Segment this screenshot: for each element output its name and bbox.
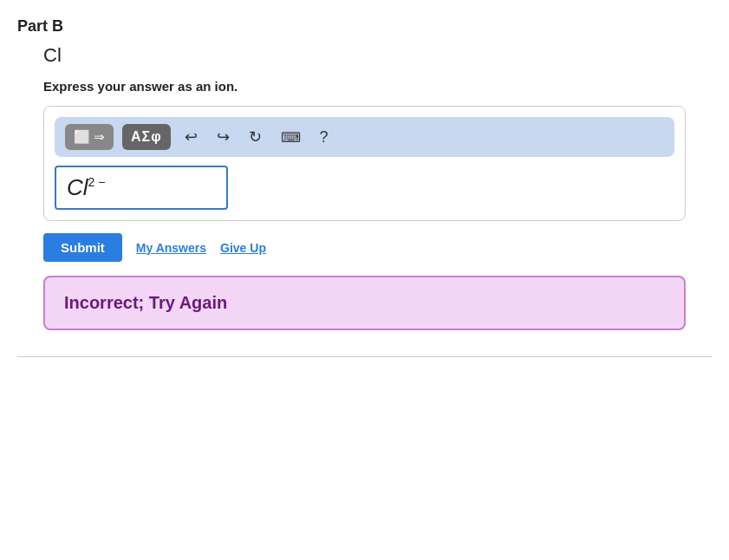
help-icon: ?	[320, 128, 329, 146]
undo-icon: ↩	[185, 128, 198, 146]
refresh-button[interactable]: ↻	[244, 124, 267, 150]
give-up-button[interactable]: Give Up	[220, 241, 266, 255]
redo-button[interactable]: ↪	[212, 124, 235, 150]
template-arrow-icon: ⇒	[94, 129, 105, 145]
math-toolbar: ⬜ ⇒ ΑΣφ ↩ ↪ ↻ ⌨ ?	[55, 117, 674, 157]
template-icon: ⬜	[74, 129, 90, 145]
redo-icon: ↪	[217, 128, 230, 146]
input-superscript: 2 −	[88, 176, 106, 188]
math-input-field[interactable]: Cl 2 −	[55, 166, 228, 210]
answer-box: ⬜ ⇒ ΑΣφ ↩ ↪ ↻ ⌨ ? Cl	[43, 106, 686, 221]
symbol-button[interactable]: ΑΣφ	[122, 124, 171, 150]
help-button[interactable]: ?	[315, 125, 334, 150]
refresh-icon: ↻	[249, 128, 262, 146]
submit-button[interactable]: Submit	[43, 233, 122, 262]
keyboard-button[interactable]: ⌨	[276, 125, 306, 150]
feedback-box: Incorrect; Try Again	[43, 276, 686, 330]
action-row: Submit My Answers Give Up	[43, 233, 712, 262]
part-section: Part B Cl Express your answer as an ion.…	[17, 17, 712, 357]
feedback-text: Incorrect; Try Again	[64, 293, 665, 313]
bottom-divider	[17, 356, 712, 357]
symbol-label: ΑΣφ	[131, 129, 162, 145]
undo-button[interactable]: ↩	[179, 124, 203, 150]
my-answers-button[interactable]: My Answers	[136, 241, 206, 255]
input-main-text: Cl	[67, 174, 88, 201]
element-symbol: Cl	[43, 44, 712, 67]
keyboard-icon: ⌨	[281, 130, 301, 145]
input-content: Cl 2 −	[67, 174, 105, 201]
template-button[interactable]: ⬜ ⇒	[65, 124, 114, 150]
part-label: Part B	[17, 17, 712, 36]
instruction-text: Express your answer as an ion.	[43, 79, 712, 94]
